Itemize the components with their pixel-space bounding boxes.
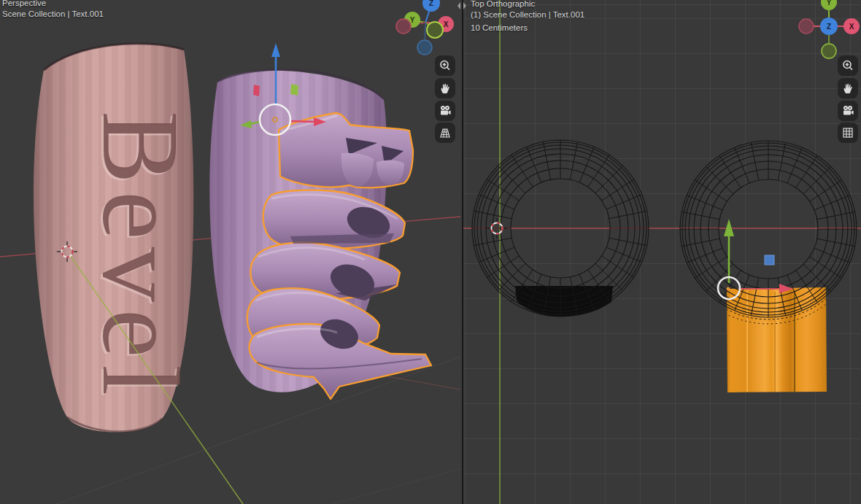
scene-canvas-ortho[interactable]: Y Z X	[463, 0, 861, 504]
zoom-button[interactable]	[435, 55, 455, 76]
nav-ball-z-neg	[417, 40, 432, 55]
gizmo-origin-dot	[727, 287, 730, 291]
nav-ball-y-neg	[427, 22, 443, 38]
zoom-in-icon	[841, 59, 854, 72]
nav-ball-x: X	[843, 18, 860, 34]
viewport-perspective[interactable]: Bevel Bevel	[0, 0, 462, 504]
nav-axis-gizmo-ortho[interactable]: Y Z X	[799, 0, 860, 58]
editor-split-handle[interactable]	[457, 1, 468, 10]
gizmo-x-axis	[290, 121, 314, 122]
svg-text:X: X	[849, 23, 854, 31]
ortho-grid-icon	[841, 126, 854, 139]
camera-icon	[841, 104, 854, 117]
wireframe-torus-right[interactable]	[680, 141, 857, 317]
scene-canvas-perspective[interactable]: Bevel Bevel	[0, 0, 462, 504]
chevron-left-icon	[457, 2, 460, 9]
svg-text:Y: Y	[410, 16, 415, 24]
svg-text:X: X	[444, 20, 449, 28]
nav-ball-y: Y	[821, 0, 837, 10]
toggle-projection-button[interactable]	[435, 123, 455, 143]
nav-ball-z: Z	[820, 18, 838, 35]
hand-icon	[841, 82, 854, 95]
blender-split-viewport: Bevel Bevel	[0, 0, 861, 504]
pan-button[interactable]	[838, 78, 858, 98]
zoom-button[interactable]	[838, 55, 858, 76]
nav-ball-x-neg	[799, 19, 814, 34]
pan-button[interactable]	[435, 78, 455, 98]
svg-text:Z: Z	[429, 0, 433, 7]
svg-text:Y: Y	[827, 0, 832, 7]
nav-ball-x-neg	[396, 19, 411, 34]
cylinder-engraved-bevel[interactable]: Bevel Bevel	[34, 44, 201, 433]
gizmo-plane-xy	[765, 255, 774, 265]
zoom-in-icon	[439, 59, 452, 72]
svg-text:Z: Z	[827, 23, 831, 31]
gizmo-plane-yz	[290, 84, 298, 96]
nav-ball-y-neg	[822, 44, 836, 58]
engraved-text: Bevel	[80, 111, 201, 403]
camera-icon	[439, 104, 452, 117]
gizmo-z-arrow	[271, 43, 280, 57]
viewport-top-orthographic[interactable]: Y Z X Top Orthographic (1) Scene Collect…	[462, 0, 861, 504]
camera-view-button[interactable]	[435, 101, 455, 121]
perspective-grid-icon	[439, 126, 452, 139]
gizmo-plane-xz	[253, 85, 260, 96]
nav-ball-z: Z	[422, 0, 440, 12]
chevron-right-icon	[463, 2, 466, 9]
camera-view-button[interactable]	[838, 101, 858, 121]
hand-icon	[439, 82, 452, 95]
nav-axis-gizmo[interactable]: Z Y X	[396, 0, 454, 55]
toggle-projection-button[interactable]	[838, 123, 858, 143]
gizmo-y-arrow	[724, 219, 734, 236]
